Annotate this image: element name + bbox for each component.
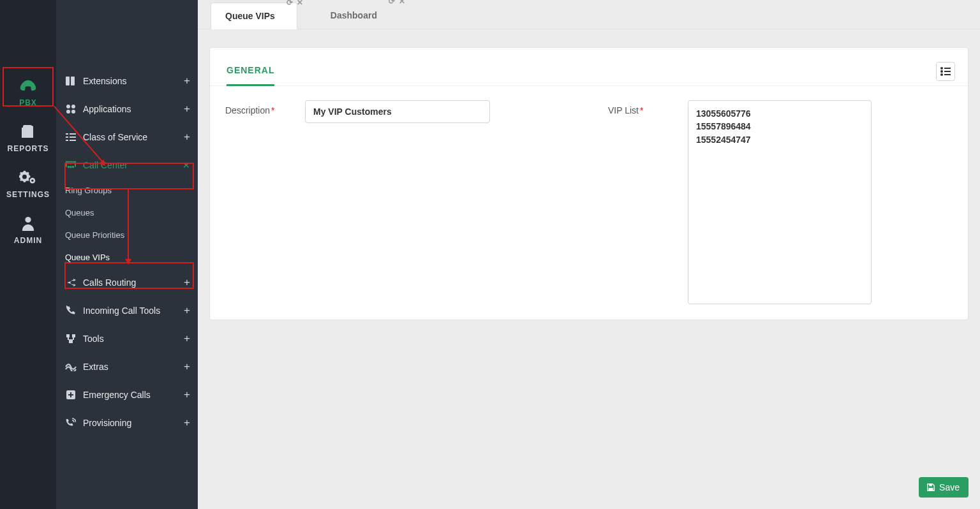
svg-rect-15 — [66, 136, 68, 138]
nav-item-applications[interactable]: Applications + — [56, 95, 198, 123]
svg-rect-8 — [71, 77, 75, 85]
plus-icon[interactable]: + — [184, 360, 190, 373]
cos-icon — [64, 132, 78, 142]
svg-rect-21 — [75, 161, 76, 167]
reports-icon — [4, 122, 52, 140]
svg-rect-14 — [70, 133, 76, 135]
save-button-label: Save — [939, 482, 960, 492]
svg-rect-27 — [69, 339, 73, 343]
nav-item-label: Calls Routing — [83, 277, 136, 288]
applications-icon — [64, 104, 78, 114]
panel: GENERAL Description* VIP List* — [209, 47, 969, 320]
svg-point-22 — [68, 166, 70, 168]
nav-item-calls-routing[interactable]: Calls Routing + — [56, 269, 198, 297]
nav-item-class-of-service[interactable]: Class of Service + — [56, 123, 198, 151]
tab-label: Dashboard — [330, 10, 377, 20]
plus-icon[interactable]: + — [184, 131, 190, 144]
nav-item-label: Emergency Calls — [83, 390, 151, 400]
panel-header: GENERAL — [210, 57, 968, 86]
nav-item-label: Applications — [83, 104, 131, 114]
extras-icon — [64, 362, 78, 371]
svg-rect-7 — [66, 77, 70, 85]
sidebar-item-admin[interactable]: ADMIN — [4, 208, 52, 254]
tab-dashboard[interactable]: Dashboard ⟳ ✕ — [316, 2, 399, 29]
viplist-textarea[interactable] — [688, 100, 872, 304]
nav-item-label: Class of Service — [83, 132, 147, 142]
refresh-icon[interactable]: ⟳ — [286, 0, 293, 7]
close-icon[interactable]: ✕ — [399, 0, 405, 6]
svg-rect-28 — [68, 337, 69, 340]
sidebar-item-reports[interactable]: REPORTS — [4, 116, 52, 162]
list-button[interactable] — [936, 62, 955, 81]
svg-rect-39 — [929, 484, 932, 487]
svg-rect-18 — [70, 140, 76, 141]
tools-icon — [64, 334, 78, 344]
svg-point-11 — [66, 110, 70, 114]
nav-item-emergency-calls[interactable]: Emergency Calls + — [56, 381, 198, 409]
svg-rect-29 — [73, 337, 74, 340]
plus-icon[interactable]: + — [184, 75, 190, 87]
svg-rect-40 — [929, 488, 933, 491]
tab-queue-vips[interactable]: Queue VIPs ⟳ ✕ — [211, 3, 297, 29]
plus-icon[interactable]: + — [184, 332, 190, 345]
plus-icon[interactable]: + — [184, 388, 190, 401]
save-button[interactable]: Save — [919, 477, 969, 498]
nav-item-label: Extras — [83, 362, 108, 372]
nav-item-call-center[interactable]: Call Center ✕ — [56, 151, 198, 179]
nav-item-incoming-call-tools[interactable]: Incoming Call Tools + — [56, 297, 198, 325]
svg-point-24 — [72, 166, 75, 168]
nav-panel: Extensions + Applications + Class of Ser… — [56, 0, 198, 509]
tab-bar: Queue VIPs ⟳ ✕ Dashboard ⟳ ✕ — [198, 0, 980, 29]
svg-rect-16 — [70, 136, 76, 138]
svg-point-37 — [940, 73, 943, 76]
phone-icon — [4, 77, 52, 94]
callcenter-icon — [64, 161, 78, 170]
emergency-icon — [64, 390, 78, 399]
sub-item-ring-groups[interactable]: Ring Groups — [56, 179, 198, 202]
viplist-label: VIP List* — [608, 100, 688, 115]
nav-item-extensions[interactable]: Extensions + — [56, 67, 198, 95]
sidebar-item-label: SETTINGS — [4, 190, 52, 199]
close-icon[interactable]: ✕ — [297, 0, 303, 7]
refresh-icon[interactable]: ⟳ — [389, 0, 395, 6]
svg-rect-25 — [66, 334, 70, 337]
plus-icon[interactable]: + — [184, 103, 190, 115]
nav-item-label: Extensions — [83, 76, 126, 86]
svg-rect-32 — [68, 394, 73, 395]
save-icon — [926, 483, 935, 492]
extensions-icon — [64, 76, 78, 86]
tab-label: Queue VIPs — [225, 11, 275, 21]
field-vip-list: VIP List* — [608, 100, 872, 304]
sidebar-item-settings[interactable]: SETTINGS — [4, 162, 52, 208]
svg-point-10 — [71, 105, 75, 108]
panel-tab-general[interactable]: GENERAL — [226, 57, 274, 86]
admin-icon — [4, 214, 52, 232]
svg-rect-17 — [66, 140, 68, 141]
plus-icon[interactable]: + — [184, 417, 190, 429]
field-description: Description* — [225, 100, 583, 304]
nav-item-tools[interactable]: Tools + — [56, 325, 198, 353]
description-input[interactable] — [305, 100, 490, 123]
sub-item-queue-vips[interactable]: Queue VIPs — [56, 246, 198, 269]
form-row: Description* VIP List* — [225, 100, 953, 304]
nav-item-extras[interactable]: Extras + — [56, 353, 198, 381]
svg-point-6 — [25, 217, 31, 223]
sidebar-item-label: PBX — [4, 98, 52, 107]
sub-item-queue-priorities[interactable]: Queue Priorities — [56, 224, 198, 246]
svg-point-23 — [70, 166, 72, 168]
incoming-icon — [64, 306, 78, 316]
svg-point-33 — [940, 67, 943, 70]
main-sidebar: PBX REPORTS SETTINGS ADMIN — [0, 0, 56, 509]
nav-item-provisioning[interactable]: Provisioning + — [56, 409, 198, 437]
svg-point-5 — [31, 179, 33, 181]
sub-item-queues[interactable]: Queues — [56, 202, 198, 224]
plus-icon[interactable]: + — [184, 304, 190, 317]
sidebar-item-pbx[interactable]: PBX — [4, 70, 52, 116]
svg-point-12 — [71, 110, 75, 114]
nav-item-label: Provisioning — [83, 418, 131, 428]
sidebar-item-label: ADMIN — [4, 236, 52, 245]
plus-icon[interactable]: + — [184, 276, 190, 289]
close-icon[interactable]: ✕ — [182, 160, 190, 170]
svg-rect-36 — [944, 71, 951, 72]
nav-item-label: Tools — [83, 334, 104, 344]
